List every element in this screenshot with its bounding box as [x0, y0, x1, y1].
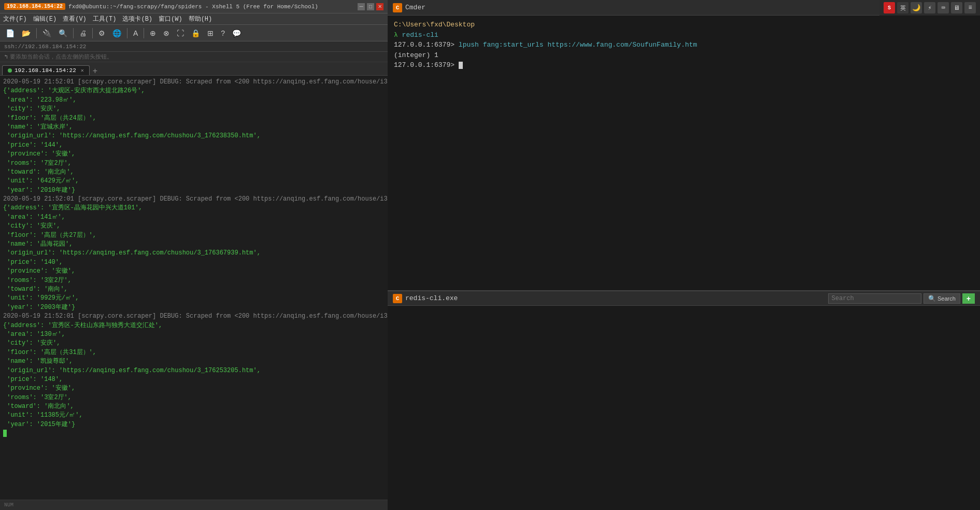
cmder-logo-icon: C	[393, 3, 402, 12]
toolbar-help-button[interactable]: ?	[218, 27, 228, 39]
terminal-line-15: {'address': '宜秀区-晶海花园中兴大道101',	[3, 204, 385, 212]
xshell-toolbar: 📄 📂 🔌 🔍 🖨 ⚙ 🌐 A ⊕ ⊗ ⛶ 🔒 ⊞ ? 💬	[0, 25, 388, 41]
redis-new-tab-button[interactable]: +	[962, 293, 975, 304]
terminal-line-37: 'toward': '南北向',	[3, 402, 385, 411]
terminal-line-11: 'toward': '南北向',	[3, 168, 385, 177]
cmder-title-text: Cmder	[405, 4, 425, 11]
cmder-title-left: C Cmder	[393, 3, 425, 12]
redis-new-tab-icon: +	[967, 294, 971, 303]
toolbar-lock-button[interactable]: 🔒	[189, 27, 203, 39]
search-icon: 🔍	[928, 295, 936, 302]
systray-area: S 英 🌙 ⚡ ⌨ 🖥 ≡	[879, 0, 980, 16]
xshell-ip-badge: 192.168.184.154:22	[4, 3, 65, 10]
xshell-close-button[interactable]: ✕	[376, 3, 384, 10]
keyboard-icon[interactable]: ⌨	[938, 2, 949, 13]
toolbar-layout-button[interactable]: ⊞	[205, 27, 216, 39]
cmder-integer-output: (integer) 1	[394, 51, 438, 59]
xshell-window: 192.168.184.154:22 fxd0@ubuntu::~/fang-s…	[0, 0, 388, 510]
sougou-icon[interactable]: S	[884, 2, 895, 13]
terminal-line-16: 'area': '141㎡',	[3, 213, 385, 222]
toolbar-global-button[interactable]: 🌐	[110, 27, 124, 39]
xshell-hint-bar: ↰ 要添加当前会话，点击左侧的箭头按钮。	[0, 52, 388, 62]
menu-icon[interactable]: ≡	[964, 2, 976, 13]
menu-edit[interactable]: 编辑(E)	[33, 15, 57, 23]
xshell-tab-label: 192.168.184.154:22	[15, 67, 76, 74]
cmder-window: C Cmder ─ ❐ ✕ C:\Users\fxd\Desktop λ red…	[388, 0, 980, 290]
cmder-terminal[interactable]: C:\Users\fxd\Desktop λ redis-cli 127.0.0…	[388, 16, 980, 290]
xshell-new-tab-button[interactable]: +	[91, 67, 100, 75]
terminal-line-14: 2020-05-19 21:52:01 [scrapy.core.scraper…	[3, 195, 385, 204]
menu-tabs[interactable]: 选项卡(B)	[122, 15, 152, 23]
toolbar-copy-button[interactable]: ⊕	[147, 27, 159, 39]
terminal-line-12: 'unit': '6429元/㎡',	[3, 177, 385, 186]
terminal-cursor-line	[3, 429, 385, 438]
xshell-title-area: 192.168.184.154:22 fxd0@ubuntu::~/fang-s…	[4, 3, 318, 10]
terminal-line-10: 'rooms': '7室2厅',	[3, 159, 385, 168]
moon-icon[interactable]: 🌙	[911, 2, 922, 13]
redis-search-label: Search	[938, 295, 956, 302]
menu-view[interactable]: 查看(V)	[63, 15, 87, 23]
xshell-hint-text: 要添加当前会话，点击左侧的箭头按钮。	[10, 53, 112, 61]
menu-tools[interactable]: 工具(T)	[93, 15, 117, 23]
toolbar-connect-button[interactable]: 🔌	[40, 27, 54, 39]
toolbar-separator-5	[144, 28, 144, 38]
redis-title-text: redis-cli.exe	[405, 294, 458, 302]
terminal-line-13: 'year': '2010年建'}	[3, 186, 385, 195]
xshell-info-bar: ssh://192.168.184.154:22	[0, 41, 388, 52]
toolbar-open-button[interactable]: 📂	[19, 27, 33, 39]
toolbar-separator-3	[92, 28, 93, 38]
tab-connection-dot	[8, 68, 12, 73]
xshell-terminal[interactable]: 2020-05-19 21:52:01 [scrapy.core.scraper…	[0, 76, 388, 500]
terminal-line-3: 'area': '223.98㎡',	[3, 96, 385, 105]
toolbar-search-button[interactable]: 🔍	[56, 27, 70, 39]
toolbar-new-button[interactable]: 📄	[3, 27, 17, 39]
power-icon[interactable]: ⚡	[924, 2, 935, 13]
xshell-menubar: 文件(F) 编辑(E) 查看(V) 工具(T) 选项卡(B) 窗口(W) 帮助(…	[0, 13, 388, 25]
redis-cli-content[interactable]	[388, 306, 980, 510]
terminal-line-28: {'address': '宜秀区-天柱山东路与独秀大道交汇处',	[3, 321, 385, 330]
xshell-tab-active[interactable]: 192.168.184.154:22 ✕	[2, 65, 90, 75]
cmder-command-2: lpush fang:start_urls https://www.fang.c…	[459, 41, 697, 49]
toolbar-fullscreen-button[interactable]: ⛶	[174, 27, 187, 39]
terminal-line-4: 'city': '安庆',	[3, 105, 385, 114]
cmder-path-line: C:\Users\fxd\Desktop	[394, 20, 974, 30]
menu-window[interactable]: 窗口(W)	[159, 15, 182, 23]
terminal-line-5: 'floor': '高层（共24层）',	[3, 114, 385, 123]
menu-file[interactable]: 文件(F)	[3, 15, 27, 23]
xshell-hint-icon: ↰	[4, 53, 8, 60]
cmder-cmd-line-3: 127.0.0.1:6379>	[394, 60, 974, 70]
toolbar-paste-button[interactable]: ⊗	[161, 27, 172, 39]
toolbar-font-button[interactable]: A	[131, 27, 140, 39]
redis-search-input[interactable]	[828, 293, 921, 304]
cmder-prompt-1: λ	[394, 31, 402, 39]
xshell-statusbar: NUM	[0, 500, 388, 510]
cmder-working-path: C:\Users\fxd\Desktop	[394, 21, 475, 29]
cmder-cursor	[459, 62, 463, 69]
lang-icon[interactable]: 英	[897, 2, 908, 13]
xshell-maximize-button[interactable]: □	[367, 3, 374, 10]
toolbar-print-button[interactable]: 🖨	[77, 27, 89, 39]
xshell-status-text: NUM	[4, 502, 13, 508]
redis-cli-window: C redis-cli.exe 🔍 Search +	[388, 290, 980, 510]
toolbar-settings-button[interactable]: ⚙	[96, 27, 108, 39]
terminal-line-18: 'floor': '高层（共27层）',	[3, 231, 385, 240]
toolbar-comment-button[interactable]: 💬	[230, 27, 244, 39]
redis-cli-titlebar: C redis-cli.exe 🔍 Search +	[388, 290, 980, 306]
redis-search-button[interactable]: 🔍 Search	[924, 293, 960, 304]
cmder-host-prompt-3: 127.0.0.1:6379>	[394, 61, 459, 69]
terminal-line-6: 'name': '宜城水岸',	[3, 123, 385, 132]
toolbar-separator-2	[73, 28, 74, 38]
tab-close-icon[interactable]: ✕	[81, 67, 84, 74]
xshell-title-text: fxd0@ubuntu::~/fang-scrapy/fang/spiders …	[68, 4, 318, 10]
terminal-line-38: 'unit': '11385元/㎡',	[3, 411, 385, 420]
cmder-output-line-1: (integer) 1	[394, 50, 974, 61]
terminal-line-33: 'origin_url': 'https://anqing.esf.fang.c…	[3, 366, 385, 375]
redis-search-area: 🔍 Search +	[828, 293, 975, 304]
terminal-line-36: 'rooms': '3室2厅',	[3, 393, 385, 402]
toolbar-separator-1	[36, 28, 37, 38]
terminal-line-7: 'origin_url': 'https://anqing.esf.fang.c…	[3, 132, 385, 140]
monitor-icon[interactable]: 🖥	[951, 2, 962, 13]
menu-help[interactable]: 帮助(H)	[189, 15, 212, 23]
toolbar-separator-4	[127, 28, 127, 38]
xshell-minimize-button[interactable]: ─	[358, 3, 365, 10]
